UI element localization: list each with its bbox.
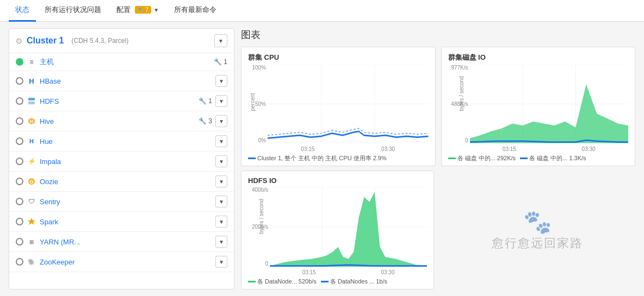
service-row-impala[interactable]: ⚡ Impala ▼ xyxy=(9,152,234,172)
service-icon-hdfs xyxy=(27,96,36,106)
chart-hdfs-legend: 各 DataNode... 520b/s 各 DataNodes ... 1b/… xyxy=(248,278,427,286)
hue-expand-button[interactable]: ▼ xyxy=(215,135,227,147)
watermark-text: 愈行愈远回家路 xyxy=(492,235,583,251)
cluster-expand-button[interactable]: ▼ xyxy=(214,34,227,47)
service-row-hdfs[interactable]: HDFS 🔧 1 ▼ xyxy=(9,91,234,111)
legend-disk-1: 各 磁盘 中的... 292K/s xyxy=(448,154,516,162)
service-name-hue: Hue xyxy=(40,137,212,146)
cluster-title: Cluster 1 xyxy=(27,36,64,46)
legend-disk-blue xyxy=(520,158,528,159)
service-row-hosts[interactable]: ≡ 主机 🔧 1 xyxy=(9,53,234,71)
service-name-hdfs: HDFS xyxy=(40,97,195,105)
service-icon-hive: H xyxy=(27,116,36,126)
service-warning-hive: 🔧 3 xyxy=(199,117,212,125)
chart-disk-legend: 各 磁盘 中的... 292K/s 各 磁盘 中的... 1.3K/s xyxy=(448,154,629,162)
hdfs-y-labels: 400b/s 200b/s 0 xyxy=(248,187,270,267)
disk-y-labels: 977K/s 488K/s 0 xyxy=(448,65,470,143)
chart-disk-io: 群集磁盘 IO bytes / second xyxy=(441,47,636,166)
legend-cpu-color xyxy=(248,158,256,159)
service-row-sentry[interactable]: 🛡 Sentry ▼ xyxy=(9,192,234,212)
service-name-zookeeper: ZooKeeper xyxy=(40,258,212,266)
charts-title: 图表 xyxy=(241,28,635,41)
legend-disk-2: 各 磁盘 中的... 1.3K/s xyxy=(520,154,586,162)
svg-marker-7 xyxy=(28,218,35,225)
legend-hdfs-blue xyxy=(321,281,329,282)
impala-expand-button[interactable]: ▼ xyxy=(215,155,227,167)
legend-disk-green xyxy=(448,158,456,159)
hbase-expand-button[interactable]: ▼ xyxy=(215,75,227,87)
spark-expand-button[interactable]: ▼ xyxy=(215,216,227,228)
watermark-area: 🐾 愈行愈远回家路 xyxy=(439,171,635,290)
service-icon-impala: ⚡ xyxy=(27,156,36,166)
service-name-sentry: Sentry xyxy=(40,198,212,206)
nav-config[interactable]: 配置 🔧 7 ▼ xyxy=(110,0,165,22)
cluster-header: ⊙ Cluster 1 (CDH 5.4.3, Parcel) ▼ xyxy=(9,29,234,53)
legend-hdfs-1: 各 DataNode... 520b/s xyxy=(248,278,317,286)
service-row-oozie[interactable]: O Oozie ▼ xyxy=(9,172,234,192)
chart-hdfs-io: HDFS IO bytes / second xyxy=(241,171,434,290)
service-row-hive[interactable]: H Hive 🔧 3 ▼ xyxy=(9,111,234,131)
service-name-oozie: Oozie xyxy=(40,178,212,186)
service-icon-zookeeper: 🐘 xyxy=(27,257,36,267)
service-status-hue xyxy=(16,137,23,145)
charts-row-bottom: HDFS IO bytes / second xyxy=(241,171,635,290)
svg-marker-18 xyxy=(470,84,629,143)
svg-point-2 xyxy=(33,98,35,100)
service-name-spark: Spark xyxy=(40,218,212,226)
service-row-spark[interactable]: Spark ▼ xyxy=(9,212,234,232)
zookeeper-expand-button[interactable]: ▼ xyxy=(215,256,227,268)
left-panel: ⊙ Cluster 1 (CDH 5.4.3, Parcel) ▼ ≡ 主机 🔧… xyxy=(9,28,234,289)
chart-cpu-title: 群集 CPU xyxy=(248,53,429,62)
service-name-hosts: 主机 xyxy=(40,57,210,67)
service-name-impala: Impala xyxy=(40,158,212,166)
service-status-impala xyxy=(16,158,23,165)
sentry-expand-button[interactable]: ▼ xyxy=(215,196,227,207)
service-icon-hosts: ≡ xyxy=(27,57,36,67)
yarn-expand-button[interactable]: ▼ xyxy=(215,236,227,248)
right-panel: 图表 群集 CPU percent xyxy=(241,28,635,289)
service-icon-hbase: H xyxy=(27,76,36,86)
nav-commands[interactable]: 所有最新命令 xyxy=(168,0,223,22)
service-row-hbase[interactable]: H HBase ▼ xyxy=(9,71,234,91)
cpu-svg-container xyxy=(268,65,429,143)
chart-disk-io-title: 群集磁盘 IO xyxy=(448,53,629,62)
charts-grid: 群集 CPU percent xyxy=(241,47,635,289)
service-row-yarn[interactable]: ⊞ YARN (MR... ▼ xyxy=(9,232,234,252)
service-status-sentry xyxy=(16,198,23,205)
service-status-zookeeper xyxy=(16,258,23,266)
service-row-zookeeper[interactable]: 🐘 ZooKeeper ▼ xyxy=(9,252,234,272)
wrench-icon-hdfs: 🔧 xyxy=(199,97,207,105)
service-warning-hdfs: 🔧 1 xyxy=(199,97,212,105)
nav-status[interactable]: 状态 xyxy=(9,0,36,22)
chart-hdfs-io-area: bytes / second xyxy=(248,187,427,276)
service-warning-hosts: 🔧 1 xyxy=(214,58,227,66)
hdfs-x-labels: 03:15 03:30 xyxy=(270,269,427,275)
service-status-yarn xyxy=(16,238,23,245)
legend-cpu-1: Cluster 1, 整个 主机 中的 主机 CPU 使用率 2.9% xyxy=(248,154,387,162)
nav-issues[interactable]: 所有运行状况问题 xyxy=(38,0,108,22)
service-status-oozie xyxy=(16,178,23,185)
service-row-hue[interactable]: H Hue ▼ xyxy=(9,131,234,152)
service-icon-yarn: ⊞ xyxy=(27,237,36,247)
chart-cpu-legend: Cluster 1, 整个 主机 中的 主机 CPU 使用率 2.9% xyxy=(248,154,429,162)
service-name-yarn: YARN (MR... xyxy=(40,238,212,246)
chart-hdfs-io-title: HDFS IO xyxy=(248,177,427,185)
wrench-icon-hive: 🔧 xyxy=(199,117,207,125)
service-status-hosts xyxy=(16,58,23,66)
cpu-x-labels: 03:15 03:30 xyxy=(268,146,429,152)
svg-rect-1 xyxy=(28,102,35,104)
wrench-icon-hosts: 🔧 xyxy=(214,58,222,66)
chart-cpu: 群集 CPU percent xyxy=(241,47,436,166)
service-name-hive: Hive xyxy=(40,117,195,125)
cluster-subtitle: (CDH 5.4.3, Parcel) xyxy=(71,37,128,45)
hive-expand-button[interactable]: ▼ xyxy=(215,115,227,127)
cpu-y-labels: 100% 50% 0% xyxy=(248,65,268,143)
disk-svg-container xyxy=(470,65,629,143)
svg-text:H: H xyxy=(30,119,33,124)
disk-x-labels: 03:15 03:30 xyxy=(470,146,629,152)
hdfs-expand-button[interactable]: ▼ xyxy=(215,95,227,107)
service-status-hdfs xyxy=(16,97,23,105)
oozie-expand-button[interactable]: ▼ xyxy=(215,175,227,187)
cluster-status-icon: ⊙ xyxy=(16,36,22,45)
top-navigation: 状态 所有运行状况问题 配置 🔧 7 ▼ 所有最新命令 xyxy=(0,0,644,22)
